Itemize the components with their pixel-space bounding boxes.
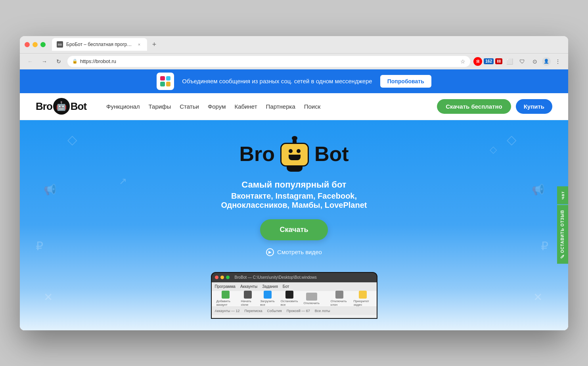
tab-bar: BB БроБот – бесплатная програ... × +	[52, 38, 563, 51]
app-tool-stop-label: Остановить все	[281, 299, 298, 307]
app-tool-priority-icon	[359, 291, 367, 299]
title-bar: BB БроБот – бесплатная програ... × +	[20, 36, 568, 54]
review-text: ОСТАВИТЬ ОТЗЫВ	[560, 210, 565, 253]
tab-close-button[interactable]: ×	[136, 41, 142, 48]
app-menu-accounts[interactable]: Аккаунты	[240, 284, 257, 289]
download-free-button[interactable]: Скачать бесплатно	[437, 99, 511, 114]
hero-download-button[interactable]: Скачать	[260, 219, 328, 240]
mac-window: BB БроБот – бесплатная програ... × + ← →…	[20, 36, 568, 330]
app-tool-load-icon	[264, 291, 272, 299]
slack-block-2	[166, 76, 171, 81]
top-banner: Объединяем сообщения из разных соц. сете…	[20, 69, 568, 93]
nav-link-articles[interactable]: Статьи	[180, 103, 199, 110]
menu-icon[interactable]: ⋮	[552, 56, 563, 67]
nav-links: Функционал Тарифы Статьи Форум Кабинет П…	[106, 103, 425, 110]
banner-text: Объединяем сообщения из разных соц. сете…	[182, 78, 372, 84]
extension-badge-2[interactable]: ⅡⅡ	[495, 58, 502, 64]
app-tool-load-label: Загрузить все	[260, 299, 275, 307]
bot-antenna-top	[292, 136, 297, 140]
app-tool-load[interactable]: Загрузить все	[260, 291, 275, 307]
extension-icon-3[interactable]: ⊙	[529, 56, 540, 67]
extension-icon-2[interactable]: 🛡	[517, 56, 528, 67]
site-nav: Bro 🤖 Bot Функционал Тарифы Статьи Форум…	[20, 93, 568, 120]
extension-icon-1[interactable]: ⬜	[504, 56, 515, 67]
status-events: События	[267, 309, 282, 313]
minimize-traffic-light[interactable]	[33, 42, 38, 47]
nav-link-forum[interactable]: Форум	[208, 103, 226, 110]
refresh-button[interactable]: ↻	[53, 56, 64, 67]
logo-area: Bro 🤖 Bot	[36, 98, 86, 115]
nav-link-tariffs[interactable]: Тарифы	[149, 103, 171, 110]
deco-ruble-2: ₽	[541, 239, 548, 253]
bot-head	[280, 143, 309, 167]
app-titlebar: BroBot — C:\Users\unity\Desktop\Bot.wind…	[212, 273, 377, 282]
traffic-lights	[25, 42, 46, 47]
slack-inner	[160, 76, 170, 86]
app-tool-disable-icon	[306, 293, 317, 301]
app-menu-program[interactable]: Программа	[215, 284, 236, 289]
app-tool-disable[interactable]: Отключить	[303, 293, 319, 305]
bot-beard	[287, 166, 303, 172]
address-bar[interactable]: 🔒 https://brobot.ru ☆	[67, 56, 470, 67]
hero-tagline-sub: Вконтакте, Instagram, Facebook,	[221, 192, 367, 201]
watch-video-link[interactable]: ▶ Смотреть видео	[266, 248, 322, 256]
active-tab[interactable]: BB БроБот – бесплатная програ... ×	[52, 38, 147, 51]
app-tool-clone[interactable]: Начать clone	[241, 291, 255, 307]
app-tool-add-icon	[222, 291, 230, 299]
banner-try-button[interactable]: Попробовать	[380, 75, 431, 88]
close-traffic-light[interactable]	[25, 42, 30, 47]
forward-button[interactable]: →	[39, 56, 50, 67]
address-bar-row: ← → ↻ 🔒 https://brobot.ru ☆ Я 162 ⅡⅡ ⬜ 🛡…	[20, 54, 568, 69]
hero-bot-text: Bot	[314, 142, 349, 166]
app-maximize-btn[interactable]	[226, 276, 230, 279]
app-tool-add[interactable]: Добавить аккаунт	[216, 291, 236, 307]
bookmark-icon[interactable]: ☆	[460, 58, 465, 65]
logo-robot-icon: 🤖	[53, 98, 70, 115]
hero-tagline-main: Самый популярный бот	[221, 180, 367, 190]
lock-icon: 🔒	[72, 59, 78, 64]
app-tool-stop-icon	[285, 291, 293, 299]
yandex-icon[interactable]: Я	[473, 57, 482, 66]
nav-link-cabinet[interactable]: Кабинет	[234, 103, 257, 110]
extension-badge-1[interactable]: 162	[484, 58, 494, 64]
nav-link-functional[interactable]: Функционал	[106, 103, 140, 110]
play-icon: ▶	[266, 248, 274, 256]
tab-title: БроБот – бесплатная програ...	[66, 42, 133, 47]
app-status-bar: Аккаунты — 12 Переписка События Проксей …	[212, 307, 377, 315]
app-tool-disable-label: Отключить	[303, 301, 319, 305]
deco-arrow-1: ↗	[119, 176, 127, 187]
app-menu-bar: Программа Аккаунты Задания Бот	[212, 282, 377, 291]
buy-button[interactable]: Купить	[516, 99, 552, 114]
review-button[interactable]: 🖊 ОСТАВИТЬ ОТЗЫВ	[557, 205, 568, 264]
hero-logo: Bro Bot	[239, 136, 349, 172]
new-tab-button[interactable]: +	[149, 39, 160, 50]
slack-logo	[157, 73, 174, 90]
maximize-traffic-light[interactable]	[40, 42, 46, 47]
browser-toolbar-icons: Я 162 ⅡⅡ ⬜ 🛡 ⊙ 👤 ⋮	[473, 56, 563, 67]
app-tool-priority[interactable]: Приоритет задач	[354, 291, 372, 307]
app-tool-disconnect[interactable]: Отключить клон	[331, 291, 348, 307]
app-menu-bot[interactable]: Бот	[283, 284, 289, 289]
hero-section: ◇ 📢 ₽ ✕ ↗ ◇ 📢 ₽ ✕ ◇ Bro	[20, 120, 568, 330]
app-tool-disconnect-label: Отключить клон	[331, 299, 348, 307]
nav-link-search[interactable]: Поиск	[304, 103, 321, 110]
app-tool-priority-label: Приоритет задач	[354, 299, 372, 307]
nav-link-partner[interactable]: Партнерка	[266, 103, 295, 110]
status-proxies: Проксей — 67	[287, 309, 310, 313]
back-button[interactable]: ←	[25, 56, 36, 67]
deco-cross-1: ✕	[44, 291, 53, 304]
user-avatar[interactable]: 👤	[542, 57, 551, 66]
review-icon: 🖊	[560, 255, 565, 259]
hero-tagline: Самый популярный бот Вконтакте, Instagra…	[221, 180, 367, 210]
app-toolbar: Добавить аккаунт Начать clone Загрузить …	[212, 291, 377, 307]
deco-ruble-1: ₽	[36, 239, 43, 253]
app-menu-tasks[interactable]: Задания	[262, 284, 278, 289]
status-accounts: Аккаунты — 12	[215, 309, 240, 313]
app-close-btn[interactable]	[215, 276, 218, 279]
chat-button[interactable]: чат	[557, 186, 568, 204]
app-minimize-btn[interactable]	[220, 276, 224, 279]
app-tool-add-label: Добавить аккаунт	[216, 299, 236, 307]
app-content: Программа Аккаунты Задания Бот Добавить …	[212, 282, 377, 318]
app-tool-stop[interactable]: Остановить все	[281, 291, 298, 307]
bot-eye-left	[289, 149, 293, 153]
